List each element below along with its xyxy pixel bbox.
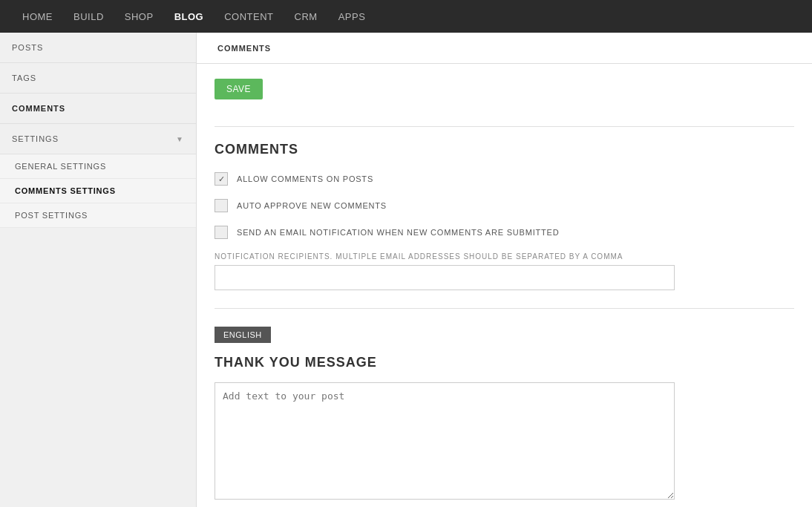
sidebar-comments-settings-label: COMMENTS SETTINGS [15, 186, 116, 195]
allow-comments-checkbox[interactable]: ✓ [215, 172, 228, 186]
sidebar-item-settings[interactable]: SETTINGS ▼ [0, 124, 196, 154]
section-divider [215, 126, 794, 127]
email-notification-label: SEND AN EMAIL NOTIFICATION WHEN NEW COMM… [237, 228, 559, 237]
sidebar-subitem-post-settings[interactable]: POST SETTINGS [0, 203, 196, 228]
nav-home[interactable]: HOME [12, 11, 63, 22]
allow-comments-label: ALLOW COMMENTS ON POSTS [237, 174, 373, 183]
sidebar-item-posts[interactable]: POSTS [0, 33, 196, 63]
comments-section-title: COMMENTS [215, 142, 794, 157]
auto-approve-checkbox[interactable] [215, 199, 228, 212]
nav-crm[interactable]: CRM [284, 11, 328, 22]
notification-recipients-label: NOTIFICATION RECIPIENTS. MULTIPLE EMAIL … [215, 252, 794, 261]
nav-shop[interactable]: SHOP [114, 11, 164, 22]
language-tab[interactable]: ENGLISH [215, 327, 271, 343]
auto-approve-row: AUTO APPROVE NEW COMMENTS [215, 199, 794, 212]
nav-apps[interactable]: APPS [328, 11, 376, 22]
thank-you-textarea[interactable] [215, 382, 675, 500]
thank-you-title: THANK YOU MESSAGE [215, 355, 794, 370]
email-notification-checkbox[interactable] [215, 226, 228, 239]
nav-content[interactable]: CONTENT [214, 11, 284, 22]
nav-blog[interactable]: BLOG [164, 11, 215, 22]
sub-nav-comments: COMMENTS [209, 44, 280, 53]
sidebar-item-tags[interactable]: TAGS [0, 63, 196, 94]
email-notification-row: SEND AN EMAIL NOTIFICATION WHEN NEW COMM… [215, 226, 794, 239]
auto-approve-label: AUTO APPROVE NEW COMMENTS [237, 201, 387, 210]
sidebar-posts-label: POSTS [12, 43, 43, 52]
allow-comments-row: ✓ ALLOW COMMENTS ON POSTS [215, 172, 794, 186]
sidebar-post-settings-label: POST SETTINGS [15, 211, 88, 220]
sidebar-tags-label: TAGS [12, 73, 36, 82]
full-divider [215, 308, 794, 309]
sidebar: POSTS TAGS COMMENTS SETTINGS ▼ GENERAL S… [0, 33, 197, 507]
layout: POSTS TAGS COMMENTS SETTINGS ▼ GENERAL S… [0, 33, 812, 507]
nav-build[interactable]: BUILD [63, 11, 114, 22]
sidebar-item-comments[interactable]: COMMENTS [0, 94, 196, 124]
chevron-down-icon: ▼ [176, 135, 184, 143]
sidebar-subitem-general-settings[interactable]: GENERAL SETTINGS [0, 154, 196, 179]
content-area: SAVE COMMENTS ✓ ALLOW COMMENTS ON POSTS … [197, 64, 812, 507]
sub-nav-bar: COMMENTS [197, 33, 812, 64]
sidebar-subitem-comments-settings[interactable]: COMMENTS SETTINGS [0, 179, 196, 203]
sidebar-comments-label: COMMENTS [12, 104, 65, 113]
main-content: COMMENTS SAVE COMMENTS ✓ ALLOW COMMENTS … [197, 33, 812, 507]
sidebar-settings-label: SETTINGS [12, 134, 59, 143]
notification-recipients-input[interactable] [215, 265, 675, 290]
sidebar-general-settings-label: GENERAL SETTINGS [15, 162, 106, 171]
top-nav: HOME BUILD SHOP BLOG CONTENT CRM APPS [0, 0, 812, 33]
checkmark-icon: ✓ [218, 174, 225, 184]
save-button[interactable]: SAVE [215, 79, 263, 99]
